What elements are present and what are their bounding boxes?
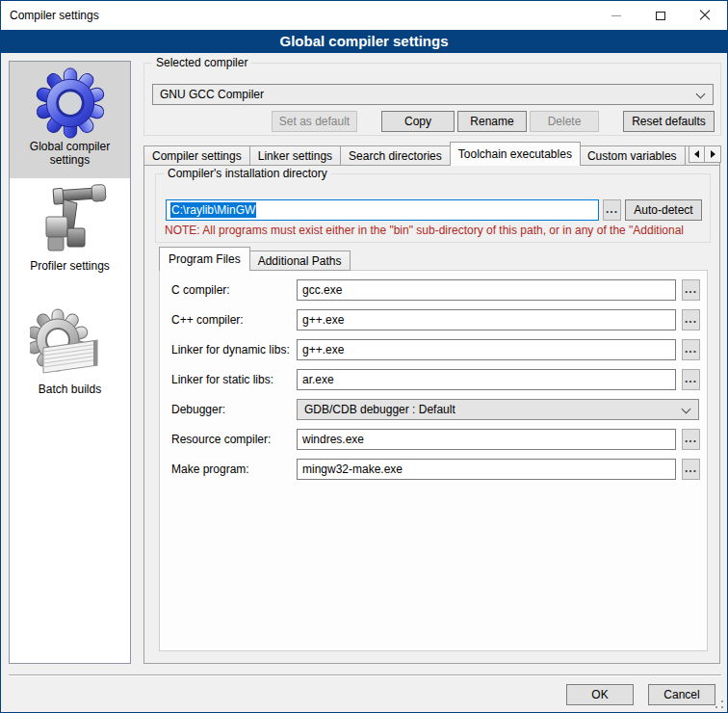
browse-c-compiler-button[interactable]: ... xyxy=(682,279,700,301)
field-row-make-program: Make program: mingw32-make.exe ... xyxy=(160,459,707,480)
close-icon xyxy=(699,10,711,21)
field-row-resource-compiler: Resource compiler: windres.exe ... xyxy=(160,429,707,450)
settings-tabbar: Compiler settings Linker settings Search… xyxy=(143,142,721,166)
make-program-input[interactable]: mingw32-make.exe xyxy=(297,459,676,480)
browse-cpp-compiler-button[interactable]: ... xyxy=(682,309,700,330)
minimize-button[interactable] xyxy=(594,1,638,30)
rename-button[interactable]: Rename xyxy=(457,111,527,132)
sidebar-item-label: Profiler settings xyxy=(20,259,120,273)
resize-grip-icon[interactable] xyxy=(715,700,724,709)
field-label: Linker for dynamic libs: xyxy=(171,339,290,360)
linker-dynamic-input[interactable]: g++.exe xyxy=(297,339,676,360)
c-compiler-input[interactable]: gcc.exe xyxy=(297,279,676,301)
field-row-cpp-compiler: C++ compiler: g++.exe ... xyxy=(160,309,707,330)
browse-linker-dynamic-button[interactable]: ... xyxy=(682,339,700,360)
tab-additional-paths[interactable]: Additional Paths xyxy=(249,251,351,271)
tab-program-files[interactable]: Program Files xyxy=(159,247,250,271)
tab-scroll-right-button[interactable] xyxy=(705,145,721,163)
browse-resource-compiler-button[interactable]: ... xyxy=(682,429,700,450)
field-label: Resource compiler: xyxy=(171,429,271,450)
selected-path-text: C:\raylib\MinGW xyxy=(170,202,256,218)
tab-scroll-buttons xyxy=(689,145,721,163)
bin-subdirectory-note: NOTE: All programs must exist either in … xyxy=(165,224,707,237)
browse-make-program-button[interactable]: ... xyxy=(682,459,700,480)
program-files-page: C compiler: gcc.exe ... C++ compiler: g+… xyxy=(159,270,708,651)
reset-defaults-button[interactable]: Reset defaults xyxy=(623,111,715,132)
debugger-select-value: GDB/CDB debugger : Default xyxy=(304,403,455,416)
linker-static-input[interactable]: ar.exe xyxy=(297,369,676,390)
tab-custom-variables[interactable]: Custom variables xyxy=(580,145,686,166)
group-title: Compiler's installation directory xyxy=(164,167,331,181)
tab-compiler-settings[interactable]: Compiler settings xyxy=(143,145,250,166)
field-row-debugger: Debugger: GDB/CDB debugger : Default xyxy=(160,399,707,420)
chevron-down-icon xyxy=(682,405,691,414)
ok-button[interactable]: OK xyxy=(566,684,634,705)
group-title: Selected compiler xyxy=(152,56,251,70)
tab-scroll-left-button[interactable] xyxy=(689,145,705,163)
sidebar-item-global-compiler-settings[interactable]: Global compiler settings xyxy=(10,62,130,178)
sidebar-item-profiler-settings[interactable]: Profiler settings xyxy=(10,182,130,280)
field-row-linker-static: Linker for static libs: ar.exe ... xyxy=(160,369,707,390)
maximize-icon xyxy=(656,12,665,20)
tab-search-directories[interactable]: Search directories xyxy=(341,145,451,166)
left-triangle-icon xyxy=(694,150,699,158)
browse-linker-static-button[interactable]: ... xyxy=(682,369,700,390)
titlebar[interactable]: Compiler settings xyxy=(1,1,727,30)
cancel-button[interactable]: Cancel xyxy=(648,684,715,705)
field-label: Make program: xyxy=(171,459,249,480)
compiler-select-value: GNU GCC Compiler xyxy=(160,88,264,101)
tab-toolchain-executables[interactable]: Toolchain executables xyxy=(450,142,581,166)
installation-directory-input[interactable]: C:\raylib\MinGW xyxy=(166,199,599,221)
right-triangle-icon xyxy=(711,150,715,158)
profiler-caliper-icon xyxy=(31,182,110,259)
page-title: Global compiler settings xyxy=(1,30,727,53)
toolchain-executables-page: Compiler's installation directory C:\ray… xyxy=(143,165,720,664)
chevron-down-icon xyxy=(696,90,706,99)
resource-compiler-input[interactable]: windres.exe xyxy=(297,429,676,450)
sidebar-item-label: Batch builds xyxy=(20,383,120,396)
program-files-tabbar: Program Files Additional Paths xyxy=(159,247,351,271)
field-label: Linker for static libs: xyxy=(171,369,273,390)
maximize-button[interactable] xyxy=(638,1,683,30)
debugger-select[interactable]: GDB/CDB debugger : Default xyxy=(297,399,699,420)
set-as-default-button[interactable]: Set as default xyxy=(272,111,357,132)
caption-buttons xyxy=(594,1,727,30)
window-title: Compiler settings xyxy=(10,1,99,30)
compiler-select[interactable]: GNU GCC Compiler xyxy=(152,84,714,105)
auto-detect-button[interactable]: Auto-detect xyxy=(625,199,702,221)
settings-category-list: Global compiler settings xyxy=(9,61,131,664)
sidebar-item-batch-builds[interactable]: Batch builds xyxy=(10,307,130,406)
tab-linker-settings[interactable]: Linker settings xyxy=(250,145,341,166)
installation-directory-group: Compiler's installation directory C:\ray… xyxy=(155,173,711,243)
close-button[interactable] xyxy=(683,1,727,30)
delete-button[interactable]: Delete xyxy=(530,111,599,132)
footer-divider xyxy=(9,674,721,676)
compiler-settings-dialog: Compiler settings Global compiler settin… xyxy=(0,0,728,713)
browse-directory-button[interactable]: ... xyxy=(603,199,621,221)
field-row-c-compiler: C compiler: gcc.exe ... xyxy=(160,279,707,301)
cpp-compiler-input[interactable]: g++.exe xyxy=(297,309,676,330)
blue-gear-icon xyxy=(34,66,107,140)
field-label: Debugger: xyxy=(171,399,225,420)
minimize-icon xyxy=(611,15,621,16)
field-label: C++ compiler: xyxy=(171,309,244,330)
batch-builds-icon xyxy=(30,307,111,383)
field-row-linker-dynamic: Linker for dynamic libs: g++.exe ... xyxy=(160,339,707,360)
copy-button[interactable]: Copy xyxy=(381,111,455,132)
sidebar-item-label: Global compiler settings xyxy=(20,140,120,167)
selected-compiler-group: Selected compiler GNU GCC Compiler Set a… xyxy=(143,63,721,136)
field-label: C compiler: xyxy=(171,279,230,301)
